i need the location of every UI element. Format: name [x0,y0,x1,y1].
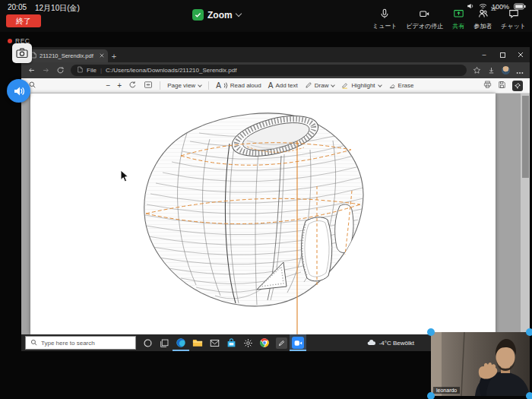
mouse-cursor [120,169,129,186]
tab-title: 211210_Serendix.pdf [40,52,97,59]
downloads-icon[interactable] [487,64,496,78]
browser-tab[interactable]: 211210_Serendix.pdf [27,49,108,62]
meeting-info-dropdown[interactable]: Zoom [192,9,241,21]
zoom-top-bar: 20:05 12月10日(金) 終了 Zoom 100% [0,0,532,32]
end-meeting-button[interactable]: 終了 [6,14,41,27]
rotate-icon[interactable] [128,81,137,90]
print-icon[interactable] [483,81,492,90]
favorites-star-icon[interactable] [473,64,481,78]
add-text-button[interactable]: A Add text [268,82,298,90]
chat-button[interactable]: チャット [496,8,530,30]
maximize-icon [500,52,505,58]
participants-count-badge: 12 [490,6,496,11]
weather-label: -4°C Bewölkt [379,340,414,347]
security-shield-icon [192,9,204,21]
resize-handle[interactable] [526,328,532,336]
mute-button[interactable]: ミュート [368,8,402,30]
self-view-video[interactable]: leonardo [431,332,530,396]
add-text-icon: A [268,82,274,90]
pdf-favicon [31,52,36,60]
mail-icon[interactable] [206,334,223,351]
mute-label: ミュート [372,22,397,30]
pdf-toolbar-center: − + Page view A Read aloud [106,81,414,90]
cortana-icon[interactable] [139,334,156,351]
maximize-button[interactable] [493,47,511,62]
audio-share-button[interactable] [7,79,30,103]
store-icon[interactable] [223,334,239,351]
share-screen-button[interactable]: 共有 [448,8,469,30]
edge-icon[interactable] [173,334,189,351]
task-view-icon[interactable] [156,334,173,351]
app-name: Zoom [207,10,233,21]
recording-dot [8,39,12,43]
resize-handle[interactable] [427,328,435,336]
vertical-scrollbar[interactable] [521,93,530,334]
minimize-button[interactable]: – [475,47,493,62]
page-view-button[interactable]: Page view [167,82,201,89]
scrollbar-thumb[interactable] [522,96,529,178]
audio-share-icon [13,85,25,97]
toolbar-separator [208,81,209,90]
fit-page-icon[interactable] [144,81,153,90]
profile-avatar[interactable] [502,66,510,74]
meeting-controls: ミュート ビデオの停止 共有 12 参加者 [368,8,530,30]
address-separator: | [100,67,102,74]
settings-icon[interactable] [239,334,256,351]
menu-dots-icon[interactable] [516,64,524,78]
participants-label: 参加者 [473,22,492,30]
forward-button[interactable] [42,66,50,74]
participants-button[interactable]: 12 参加者 [469,8,496,30]
ink-workspace-icon[interactable] [273,334,290,351]
address-field[interactable]: File | C:/Users/leona/Downloads/211210_S… [71,65,467,76]
tab-close-icon[interactable] [100,52,104,59]
search-placeholder: Type here to search [41,340,95,347]
browser-tab-bar: 211210_Serendix.pdf + – [21,47,530,62]
zoom-app-icon[interactable] [290,334,306,351]
zoom-meeting-window: 20:05 12月10日(金) 終了 Zoom 100% [0,0,532,399]
chat-icon [508,8,519,21]
chevron-down-icon [198,83,202,87]
page-view-label: Page view [167,82,195,89]
address-path: C:/Users/leona/Downloads/211210_Serendix… [106,67,236,74]
highlight-icon [341,81,349,90]
pin-toolbar-button[interactable] [512,81,523,91]
address-scheme: File [87,67,97,74]
share-label: 共有 [452,22,464,30]
address-bar-actions [473,64,524,78]
file-explorer-icon[interactable] [189,334,206,351]
weather-cloud-icon [367,339,376,347]
erase-button[interactable]: Erase [388,81,414,90]
file-icon [78,66,83,74]
pdf-toolbar-right [483,81,523,91]
read-aloud-button[interactable]: A Read aloud [216,82,261,90]
highlight-label: Highlight [351,82,375,89]
camera-annotation-icon [16,48,28,59]
chrome-icon[interactable] [256,334,273,351]
house-model-wireframe [30,93,496,334]
close-button[interactable] [511,47,530,62]
refresh-button[interactable] [56,66,65,74]
window-controls: – [475,47,530,62]
save-icon[interactable] [498,81,506,90]
draw-label: Draw [315,82,329,89]
camera-annotation-button[interactable] [12,43,32,63]
browser-address-bar: File | C:/Users/leona/Downloads/211210_S… [21,62,530,78]
pdf-page[interactable] [30,93,496,334]
add-text-label: Add text [275,82,297,89]
draw-button[interactable]: Draw [305,81,335,90]
toolbar-separator [160,81,160,90]
pdf-toolbar: − + Page view A Read aloud [21,78,530,93]
read-aloud-label: Read aloud [230,82,261,89]
search-icon [30,339,37,347]
taskbar-weather-widget[interactable]: -4°C Bewölkt [367,339,414,347]
zoom-in-button[interactable]: + [117,82,122,90]
new-tab-button[interactable]: + [108,52,120,62]
stop-video-label: ビデオの停止 [407,22,444,30]
back-button[interactable] [27,66,36,74]
zoom-out-button[interactable]: − [106,82,111,90]
taskbar-search-box[interactable]: Type here to search [25,336,136,350]
stop-video-button[interactable]: ビデオの停止 [402,8,448,30]
highlight-button[interactable]: Highlight [341,81,381,90]
resize-handle[interactable] [526,392,532,399]
resize-handle[interactable] [427,392,435,399]
